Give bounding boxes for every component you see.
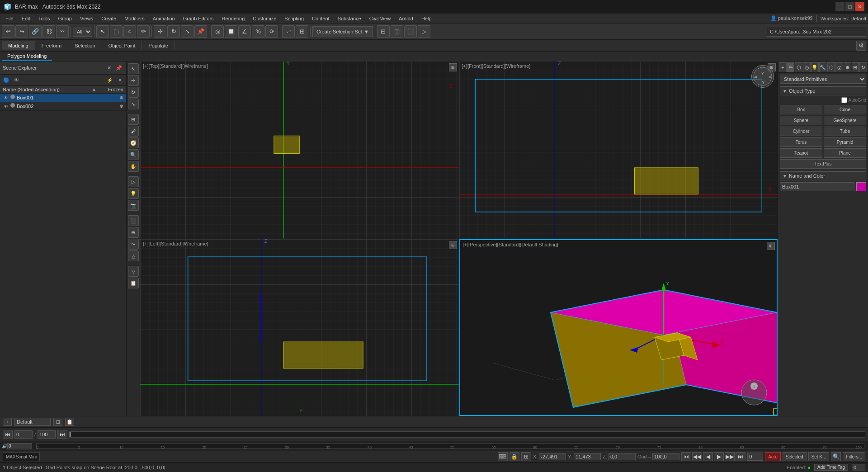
btn-sphere[interactable]: Sphere xyxy=(780,116,822,125)
pb-filter-btn[interactable]: ⊞ xyxy=(521,452,531,461)
viewport-top[interactable]: [+][Top][Standard][Wireframe] ⊞ xyxy=(140,61,459,239)
y-input[interactable] xyxy=(574,453,601,460)
menu-file[interactable]: File xyxy=(2,15,17,22)
rp-tab-utilities[interactable]: 🔧 xyxy=(819,62,827,72)
nav-gizmo-perspective[interactable]: T xyxy=(741,379,768,406)
object-name-input[interactable] xyxy=(780,182,854,191)
rp-tab-extra1[interactable]: ⬡ xyxy=(827,62,835,72)
btn-plane[interactable]: Plane xyxy=(824,148,866,158)
primitive-type-dropdown[interactable]: Standard Primitives xyxy=(780,75,866,84)
schematic-view-button[interactable]: ⊟ xyxy=(377,25,390,38)
place-button[interactable]: 📌 xyxy=(194,25,207,38)
menu-modifiers[interactable]: Modifiers xyxy=(121,15,148,22)
rp-tab-extra4[interactable]: ⊞ xyxy=(852,62,859,72)
tab-freeform[interactable]: Freeform xyxy=(35,41,69,50)
render-button[interactable]: ▷ xyxy=(418,25,430,38)
menu-group[interactable]: Group xyxy=(54,15,75,22)
viewport-perspective[interactable]: [+][Perspective][Standard][Default Shadi… xyxy=(459,239,778,416)
rp-tab-extra5[interactable]: ↻ xyxy=(859,62,867,72)
lt-paint-btn[interactable]: 🖌 xyxy=(128,126,139,137)
menu-customize[interactable]: Customize xyxy=(249,15,280,22)
lt-snap-btn[interactable]: ⊞ xyxy=(128,114,139,125)
rotate-button[interactable]: ↻ xyxy=(167,25,180,38)
nav-gizmo-front[interactable]: Y X -Y -X xyxy=(751,65,774,88)
se-clear-btn[interactable]: ✕ xyxy=(115,76,124,85)
btn-geosphere[interactable]: GeoSphere xyxy=(824,116,866,125)
create-selection-set-button[interactable]: Create Selection Set ▼ xyxy=(312,26,373,37)
minimize-button[interactable]: ─ xyxy=(835,2,844,11)
menu-civil-view[interactable]: Civil View xyxy=(366,15,394,22)
reference-button[interactable]: ◎ xyxy=(211,25,224,38)
menu-animation[interactable]: Animation xyxy=(149,15,179,22)
btn-tube[interactable]: Tube xyxy=(824,127,866,136)
mirror-button[interactable]: ⇌ xyxy=(282,25,295,38)
menu-rendering[interactable]: Rendering xyxy=(218,15,249,22)
viewport-top-label[interactable]: [+][Top][Standard][Wireframe] xyxy=(143,63,208,69)
se-sort-btn[interactable]: ⚡ xyxy=(105,76,114,85)
autogrid-checkbox[interactable] xyxy=(841,97,847,103)
lt-rotate-btn[interactable]: ↻ xyxy=(128,87,139,98)
viewport-perspective-label[interactable]: [+][Perspective][Standard][Default Shadi… xyxy=(463,242,558,247)
menu-views[interactable]: Views xyxy=(76,15,97,22)
menu-create[interactable]: Create xyxy=(98,15,120,22)
lt-light-btn[interactable]: 💡 xyxy=(128,188,139,199)
tab-modeling[interactable]: Modeling xyxy=(2,41,35,50)
btn-pyramid[interactable]: Pyramid xyxy=(824,137,866,147)
render-setup-button[interactable]: ⬛ xyxy=(404,25,417,38)
timeline[interactable]: 🔊 0 5 10 15 20 25 30 35 40 45 50 55 xyxy=(0,441,868,451)
lt-clip-btn[interactable]: 📋 xyxy=(128,278,139,288)
tab-selection[interactable]: Selection xyxy=(68,41,102,50)
add-time-tag-btn[interactable]: Add Time Tag xyxy=(814,464,848,471)
rp-tab-extra2[interactable]: ◎ xyxy=(835,62,843,72)
lt-layer-btn[interactable]: ⬛ xyxy=(128,215,139,226)
lt-select-btn[interactable]: ↖ xyxy=(128,63,139,74)
menu-substance[interactable]: Substance xyxy=(334,15,365,22)
btn-box[interactable]: Box xyxy=(780,105,822,114)
filters-btn[interactable]: Filters... xyxy=(843,452,865,461)
lt-helper-btn[interactable]: ⊕ xyxy=(128,227,139,238)
name-color-section-header[interactable]: ▼ Name and Color xyxy=(780,171,866,180)
menu-graph-editors[interactable]: Graph Editors xyxy=(179,15,217,22)
viewport-left-options[interactable]: ⊞ xyxy=(449,241,457,249)
layer-move-btn[interactable]: 📋 xyxy=(65,418,74,426)
paint-select-button[interactable]: ✏ xyxy=(137,25,150,38)
current-frame-input[interactable] xyxy=(7,443,32,449)
pb-next-frame[interactable]: ▶▶ xyxy=(725,452,735,461)
pb-last-frame[interactable]: ⏭ xyxy=(736,452,745,461)
viewport-perspective-options[interactable]: ⊞ xyxy=(767,242,775,250)
auto-key-btn[interactable]: Auto xyxy=(765,452,781,461)
menu-scripting[interactable]: Scripting xyxy=(281,15,307,22)
rp-tab-motion[interactable]: ◷ xyxy=(803,62,811,72)
scene-item-box001[interactable]: 👁 Box001 ❄ xyxy=(0,94,126,102)
lt-move-btn[interactable]: ✛ xyxy=(128,75,139,86)
bind-button[interactable]: 〰 xyxy=(56,25,69,38)
lt-zoom-btn[interactable]: 🔍 xyxy=(128,149,139,160)
selected-btn[interactable]: Selected xyxy=(783,452,807,461)
path-input[interactable] xyxy=(767,27,866,37)
layer-add-btn[interactable]: + xyxy=(3,418,12,426)
angle-snap-button[interactable]: ∠ xyxy=(238,25,251,38)
frame-number-input[interactable] xyxy=(747,453,763,461)
timeline-track[interactable]: 0 5 10 15 20 25 30 35 40 45 50 55 60 65 … xyxy=(36,444,864,449)
filter-dropdown[interactable]: All xyxy=(73,27,92,37)
maximize-button[interactable]: □ xyxy=(845,2,854,11)
subtab-polygon-modeling[interactable]: Polygon Modeling xyxy=(2,52,52,61)
select-region-button[interactable]: ⬚ xyxy=(110,25,123,38)
lt-render-btn[interactable]: ▷ xyxy=(128,176,139,187)
lt-shape-btn[interactable]: △ xyxy=(128,250,139,261)
scene-item-box002[interactable]: 👁 Box002 ❄ xyxy=(0,102,126,111)
viewport-left-label[interactable]: [+][Left][Standard][Wireframe] xyxy=(143,241,208,246)
rp-tab-hierarchy[interactable]: ⬡ xyxy=(795,62,802,72)
se-toggle-btn[interactable]: 👁 xyxy=(12,76,21,85)
menu-edit[interactable]: Edit xyxy=(18,15,34,22)
pb-prev-frame[interactable]: ◀ xyxy=(703,452,713,461)
viewport-left[interactable]: [+][Left][Standard][Wireframe] ⊞ xyxy=(140,239,459,416)
frame-display-input[interactable] xyxy=(852,464,865,471)
set-key-btn[interactable]: Set K... xyxy=(808,452,830,461)
z-input[interactable] xyxy=(609,453,636,460)
close-button[interactable]: ✕ xyxy=(855,2,864,11)
rp-tab-create[interactable]: + xyxy=(779,62,787,72)
scene-explorer-close[interactable]: ✕ xyxy=(104,63,113,72)
frame-start-btn[interactable]: ⏮ xyxy=(3,430,13,439)
percent-snap-button[interactable]: % xyxy=(252,25,264,38)
